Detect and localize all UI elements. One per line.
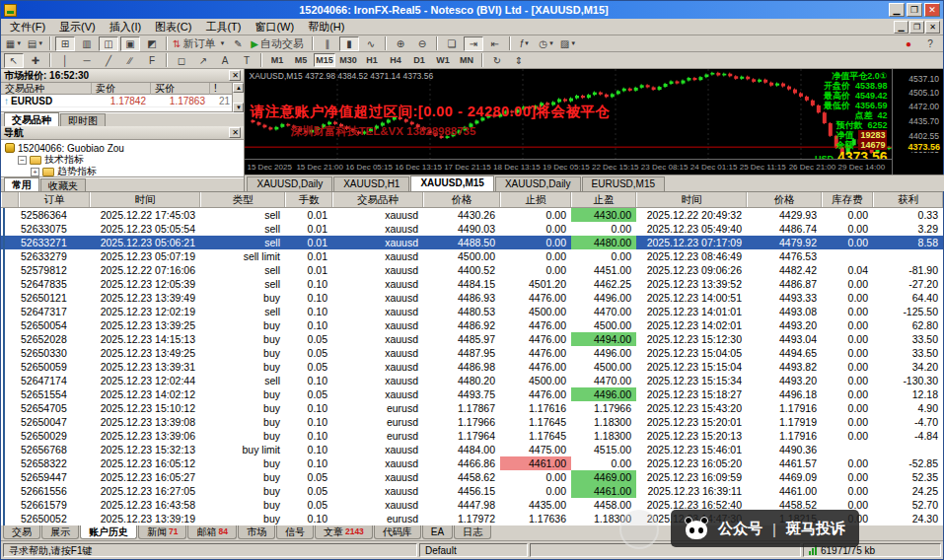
trendline-button[interactable]: ╱ [99,53,118,68]
history-col-3[interactable]: 类型 [200,192,285,207]
menu-item-4[interactable]: 工具(T) [198,19,248,35]
shapes-button[interactable]: ◻ [172,53,191,68]
strategy-tester-toggle[interactable]: ◩ [142,36,162,51]
timeframe-h4[interactable]: H4 [385,53,406,67]
history-col-2[interactable]: 时间 [90,192,200,207]
nav-item-1[interactable]: −技术指标 [5,154,244,166]
chart-tab-2[interactable]: XAUUSD,M15 [410,175,493,191]
new-chart-button[interactable]: ▦▼ [4,36,24,51]
scroll-down-icon[interactable]: ▼ [233,103,244,112]
arrow-object-button[interactable]: ↗ [193,53,213,68]
navigator-close-icon[interactable]: ✕ [229,127,241,138]
chart-plot[interactable]: XAUUSD,M15 4372.98 4384.52 4371.14 4373.… [245,69,893,159]
table-row[interactable]: 526332712025.12.23 05:06:21sell0.01xauus… [1,236,943,249]
table-row[interactable]: 526567682025.12.23 15:32:13buy limit0.10… [1,443,943,456]
terminal-tab-3[interactable]: 新闻71 [138,525,186,539]
navigator-toggle[interactable]: ◫ [99,36,118,51]
market-watch-close-icon[interactable]: ✕ [229,70,241,81]
terminal-tab-0[interactable]: 交易 [3,525,40,539]
text-label-button[interactable]: T [237,53,256,68]
close-button[interactable]: ✕ [924,3,940,17]
collapse-icon[interactable]: − [18,156,27,165]
timeframe-d1[interactable]: D1 [408,53,430,67]
table-row[interactable]: 525798122025.12.22 07:16:06sell0.01xauus… [1,263,943,277]
refresh-button[interactable]: ↻ [487,53,507,68]
terminal-toggle[interactable]: ▣ [120,36,140,51]
terminal-tab-7[interactable]: 文章2143 [315,525,373,539]
terminal-tab-9[interactable]: EA [422,525,453,539]
nav-item-2[interactable]: +趋势指标 [5,166,244,177]
table-row[interactable]: 526515542025.12.23 14:02:12buy0.05xauusd… [1,387,943,401]
table-row[interactable]: 526471742025.12.23 12:02:44sell0.10xauus… [1,374,943,387]
history-col-12[interactable]: 获利 [873,192,943,207]
text-button[interactable]: A [215,53,235,68]
nav-tab-收藏夹[interactable]: 收藏夹 [40,178,86,191]
table-row[interactable]: 526473172025.12.23 12:02:19sell0.10xauus… [1,305,943,318]
child-close-button[interactable]: ✕ [925,21,940,34]
tile-windows-button[interactable]: ❏ [442,36,462,51]
terminal-tab-2[interactable]: 账户历史 [80,525,137,539]
timeframe-mn[interactable]: MN [456,53,477,67]
table-row[interactable]: 526547052025.12.23 15:10:12buy0.10eurusd… [1,401,943,415]
expand-icon[interactable]: + [31,168,39,176]
autotrade-button[interactable]: ▶自动交易 [250,36,308,51]
zoom-in-button[interactable]: ⊕ [391,36,410,51]
menu-item-2[interactable]: 插入(I) [103,19,148,35]
candle-chart-button[interactable]: ▮ [339,36,359,51]
child-minimize-button[interactable]: ▁ [894,21,908,34]
history-col-8[interactable]: 止盈 [571,192,636,207]
history-col-1[interactable]: 订单 [19,192,90,207]
menu-item-1[interactable]: 显示(V) [52,19,103,35]
table-row[interactable]: 526330752025.12.23 05:05:54sell0.01xauus… [1,222,943,236]
status-profile[interactable]: Default [419,543,528,557]
history-col-4[interactable]: 手数 [285,192,332,207]
mw-col-header-2[interactable]: 买价 [151,83,210,95]
templates-dropdown[interactable]: ▨▼ [558,36,578,51]
terminal-tab-8[interactable]: 代码库 [374,525,421,539]
chart-shift-button[interactable]: ⇤ [485,36,505,51]
channel-button[interactable]: ∕∕ [120,53,140,68]
table-row[interactable]: 526500542025.12.23 13:39:25buy0.10xauusd… [1,318,943,332]
help-search-button[interactable]: ? [920,36,940,51]
indicators-button[interactable]: f▼ [515,36,535,51]
metaeditor-button[interactable]: ✎ [228,36,248,51]
timeframe-w1[interactable]: W1 [432,53,454,67]
history-col-9[interactable]: 时间 [636,192,747,207]
table-row[interactable]: 525863642025.12.22 17:45:03sell0.01xauus… [1,208,943,222]
menu-item-3[interactable]: 图表(C) [148,19,198,35]
mw-col-header-0[interactable]: 交易品种 [1,83,92,95]
chart-tab-3[interactable]: XAUUSD,Daily [495,176,581,191]
child-restore-button[interactable]: ❐ [909,21,924,34]
history-col-5[interactable]: 交易品种 [332,192,423,207]
menu-item-6[interactable]: 帮助(H) [301,19,351,35]
table-row[interactable]: 526520282025.12.23 14:15:13buy0.05xauusd… [1,332,943,346]
record-icon[interactable]: ● [899,36,918,51]
crosshair-button[interactable]: ✚ [26,53,45,68]
timeframe-m30[interactable]: M30 [337,53,359,67]
periods-dropdown[interactable]: ◷▼ [537,36,556,51]
market-watch-row[interactable]: ↑EURUSD1.178421.1786321 [1,95,234,107]
table-row[interactable]: 526501212025.12.23 13:39:49buy0.10xauusd… [1,291,943,305]
minimize-button[interactable]: ▁ [889,3,905,17]
market-watch-scrollbar[interactable]: ▲ ▼ [232,83,244,112]
history-col-0[interactable] [1,192,19,207]
table-row[interactable]: 526478352025.12.23 12:05:39sell0.10xauus… [1,277,943,291]
table-row[interactable]: 526615562025.12.23 16:27:05buy0.05xauusd… [1,484,943,498]
history-col-10[interactable]: 价格 [747,192,822,207]
zoom-out-button[interactable]: ⊖ [412,36,432,51]
history-col-11[interactable]: 库存费 [822,192,873,207]
menu-item-0[interactable]: 文件(F) [3,19,52,35]
nav-item-0[interactable]: 15204066: Guobiao Zou [5,142,244,154]
timeframe-m15[interactable]: M15 [314,53,335,67]
table-row[interactable]: 526583222025.12.23 16:05:12buy0.10xauusd… [1,456,943,470]
bar-chart-button[interactable]: ∥ [318,36,337,51]
fibonacci-button[interactable]: F [142,53,162,68]
scroll-up-icon[interactable]: ▲ [233,83,244,93]
chart-tab-4[interactable]: EURUSD,M15 [582,176,665,191]
table-row[interactable]: 526332792025.12.23 05:07:19sell limit0.0… [1,249,943,263]
profiles-button[interactable]: ▤▼ [26,36,45,51]
history-col-6[interactable]: 价格 [423,192,500,207]
timeframe-m1[interactable]: M1 [266,53,288,67]
menu-item-5[interactable]: 窗口(W) [248,19,301,35]
mw-col-header-3[interactable]: ! [210,83,234,95]
